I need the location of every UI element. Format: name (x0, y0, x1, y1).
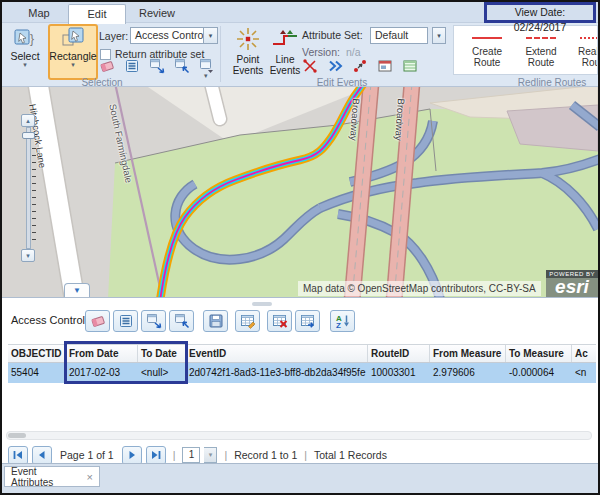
cell-from-measure: 2.979606 (430, 363, 506, 383)
clear-selection-button[interactable] (97, 57, 117, 75)
split-event-button[interactable] (300, 57, 320, 75)
point-events-icon (235, 26, 261, 52)
layer-dropdown-value: Access Control (130, 27, 204, 44)
table-options-button[interactable] (295, 310, 320, 332)
close-icon[interactable]: × (87, 471, 93, 483)
zoom-to-selection-button[interactable] (147, 57, 167, 75)
view-date-label: View Date: 02/24/2017 (514, 6, 567, 33)
attribute-set-label: Attribute Set: (302, 29, 363, 41)
selection-options-button[interactable]: ▾ (197, 57, 217, 75)
ribbon-tab-bar: Map Edit Review View Date: 02/24/2017 (2, 2, 598, 23)
column-header-from-date[interactable]: From Date (66, 345, 138, 362)
event-editor-window: Map Edit Review View Date: 02/24/2017 Se… (0, 0, 600, 495)
point-events-label: Point Events (228, 54, 268, 76)
column-header-to-measure[interactable]: To Measure (506, 345, 572, 362)
column-header-to-date[interactable]: To Date (138, 345, 186, 362)
column-header-access[interactable]: Ac (572, 345, 596, 362)
scrollbar-thumb[interactable] (8, 433, 26, 438)
map-canvas (2, 87, 598, 297)
previous-page-button[interactable] (32, 446, 52, 465)
record-range-text: Record 1 to 1 (234, 449, 297, 461)
select-icon (13, 26, 37, 50)
horizontal-scrollbar[interactable] (6, 431, 592, 440)
zoom-slider-handle[interactable] (22, 132, 35, 139)
event-table-button[interactable] (400, 57, 420, 75)
extend-route-label: Extend Route (525, 46, 556, 68)
zoom-slider-track[interactable] (26, 127, 31, 249)
page-number-dropdown[interactable]: ▾ (204, 447, 217, 463)
merge-events-icon (327, 58, 343, 74)
page-number-input[interactable]: 1 (182, 447, 200, 463)
layer-dropdown[interactable]: Access Control ▾ (130, 27, 218, 44)
table-options-icon (300, 313, 316, 329)
event-table-icon (402, 58, 418, 74)
separator: | (304, 449, 307, 461)
selection-list-button[interactable] (122, 57, 142, 75)
tab-review[interactable]: Review (126, 4, 188, 23)
delete-record-button[interactable] (267, 310, 292, 332)
cell-access: <n (572, 363, 596, 383)
list-icon (118, 313, 134, 329)
map-attribution: Map data © OpenStreetMap contributors, C… (298, 281, 541, 296)
save-button[interactable] (203, 310, 228, 332)
last-page-icon (150, 449, 162, 461)
first-page-icon (12, 449, 24, 461)
collapse-panel-button[interactable]: ▼ (64, 283, 90, 297)
sort-records-button[interactable] (330, 310, 355, 332)
pan-to-selection-button[interactable] (169, 310, 194, 332)
realign-route-icon (580, 37, 598, 39)
edit-attributes-button[interactable] (235, 310, 260, 332)
separator: | (224, 449, 227, 461)
split-event-icon (302, 58, 318, 74)
merge-events-button[interactable] (325, 57, 345, 75)
list-icon (124, 58, 140, 74)
rectangle-tool-button[interactable]: Rectangle ▾ (48, 24, 98, 80)
cell-routeid: 10003301 (368, 363, 430, 383)
first-page-button[interactable] (8, 446, 28, 465)
zoom-to-selection-icon (149, 58, 165, 74)
column-header-objectid[interactable]: OBJECTID (8, 345, 66, 362)
next-page-button[interactable] (122, 446, 142, 465)
chevron-down-icon[interactable]: ▾ (204, 27, 218, 44)
clear-selection-button[interactable] (85, 310, 110, 332)
zoom-out-button[interactable]: ▾ (21, 249, 35, 262)
column-header-from-measure[interactable]: From Measure (430, 345, 506, 362)
table-row-selected[interactable]: 55404 2017-02-03 <null> 2d0742f1-8ad3-11… (8, 363, 596, 383)
zoom-slider-ticks (32, 148, 36, 244)
chevron-down-icon: ▾ (23, 62, 27, 68)
realign-route-button[interactable]: Realign Route (572, 30, 598, 68)
move-points-icon (352, 58, 368, 74)
event-dialog-icon (377, 58, 393, 74)
zoom-to-selection-button[interactable] (141, 310, 166, 332)
pan-to-selection-button[interactable] (172, 57, 192, 75)
last-page-button[interactable] (146, 446, 166, 465)
delete-record-icon (272, 313, 288, 329)
bottom-tab-bar: Event Attributes × (2, 463, 598, 493)
chevron-down-icon: ▾ (71, 62, 75, 68)
move-points-button[interactable] (350, 57, 370, 75)
line-events-button[interactable]: Line Events (266, 26, 304, 76)
selection-list-button[interactable] (113, 310, 138, 332)
column-header-routeid[interactable]: RouteID (368, 345, 430, 362)
map-viewport[interactable]: Hitchcock Lane South Farmingdale Broadwa… (2, 87, 598, 297)
attribute-set-dropdown-button[interactable]: ▾ (430, 27, 446, 44)
tab-edit[interactable]: Edit (68, 4, 126, 24)
line-events-icon (272, 26, 298, 52)
extend-route-button[interactable]: Extend Route (518, 30, 564, 68)
page-count-text: Page 1 of 1 (60, 449, 114, 461)
zoom-in-button[interactable]: ▴ (21, 114, 35, 127)
layer-label: Layer: (99, 30, 128, 42)
point-events-button[interactable]: Point Events (228, 26, 268, 76)
create-route-button[interactable]: Create Route (464, 30, 510, 68)
panel-splitter-handle[interactable] (252, 302, 272, 306)
chevron-down-icon[interactable]: ▾ (432, 27, 446, 44)
column-header-eventid[interactable]: EventID (186, 345, 368, 362)
zoom-to-selection-icon (146, 313, 162, 329)
cell-eventid: 2d0742f1-8ad3-11e3-bff8-db2da34f95fe (186, 363, 368, 383)
tab-event-attributes[interactable]: Event Attributes × (4, 466, 100, 487)
map-zoom-slider[interactable]: ▴ ▾ (21, 114, 35, 262)
event-dialog-button[interactable] (375, 57, 395, 75)
select-tool-button[interactable]: Select ▾ (6, 26, 44, 78)
attribute-set-dropdown[interactable]: Default (370, 27, 428, 44)
tab-map[interactable]: Map (10, 4, 68, 23)
